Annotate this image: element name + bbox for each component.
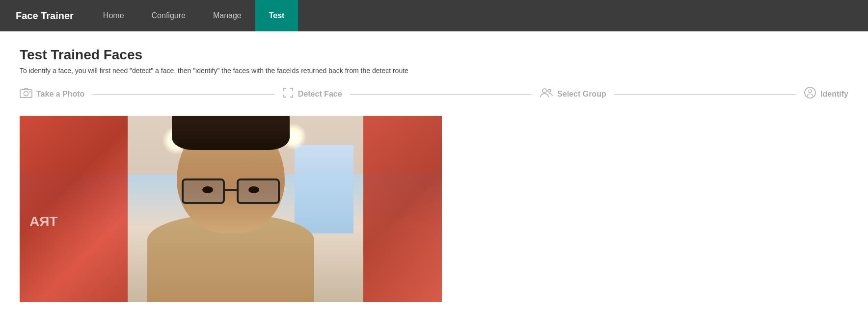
steps-bar: Take a Photo Detect Face — [20, 86, 848, 102]
nav-configure[interactable]: Configure — [138, 0, 199, 31]
photo-red-wall-right — [363, 116, 442, 302]
photo-eye-right — [248, 186, 259, 193]
photo-display: TRA — [20, 116, 442, 302]
step-divider-2 — [350, 94, 532, 95]
svg-point-2 — [29, 91, 31, 93]
step-select-group-label: Select Group — [557, 90, 606, 99]
step-divider-1 — [92, 94, 274, 95]
photo-glasses-bridge — [225, 189, 237, 191]
page-description: To identify a face, you will first need … — [20, 67, 848, 75]
step-detect-face-label: Detect Face — [298, 90, 342, 99]
step-identify[interactable]: Identify — [804, 86, 848, 102]
svg-rect-0 — [20, 90, 32, 98]
step-detect-face[interactable]: Detect Face — [282, 87, 342, 102]
step-take-photo[interactable]: Take a Photo — [20, 87, 84, 101]
svg-rect-6 — [292, 88, 293, 91]
svg-point-12 — [548, 89, 551, 92]
step-take-photo-label: Take a Photo — [36, 90, 84, 99]
photo-eye-left — [202, 186, 213, 193]
step-select-group[interactable]: Select Group — [540, 87, 606, 101]
svg-point-14 — [809, 90, 812, 93]
identify-icon — [804, 86, 816, 102]
group-icon — [540, 87, 553, 101]
nav-manage[interactable]: Manage — [199, 0, 255, 31]
step-identify-label: Identify — [820, 90, 848, 99]
nav-test[interactable]: Test — [255, 0, 298, 31]
photo-image: TRA — [20, 116, 442, 302]
navbar: Face Trainer Home Configure Manage Test — [0, 0, 868, 31]
svg-rect-4 — [283, 88, 284, 91]
main-content: Test Trained Faces To identify a face, y… — [0, 31, 868, 330]
app-brand: Face Trainer — [0, 0, 89, 31]
nav-home[interactable]: Home — [89, 0, 138, 31]
svg-point-1 — [24, 92, 28, 96]
svg-point-11 — [542, 89, 546, 93]
detect-icon — [282, 87, 294, 102]
svg-rect-10 — [292, 95, 293, 98]
step-divider-3 — [614, 94, 796, 95]
page-title: Test Trained Faces — [20, 47, 848, 63]
photo-wall-text: TRA — [29, 214, 58, 229]
photo-person-glasses — [182, 178, 280, 204]
photo-red-wall-left — [20, 116, 128, 302]
photo-person-hair — [172, 116, 290, 150]
photo-window — [295, 145, 353, 233]
svg-rect-8 — [283, 95, 284, 98]
camera-icon — [20, 87, 32, 101]
